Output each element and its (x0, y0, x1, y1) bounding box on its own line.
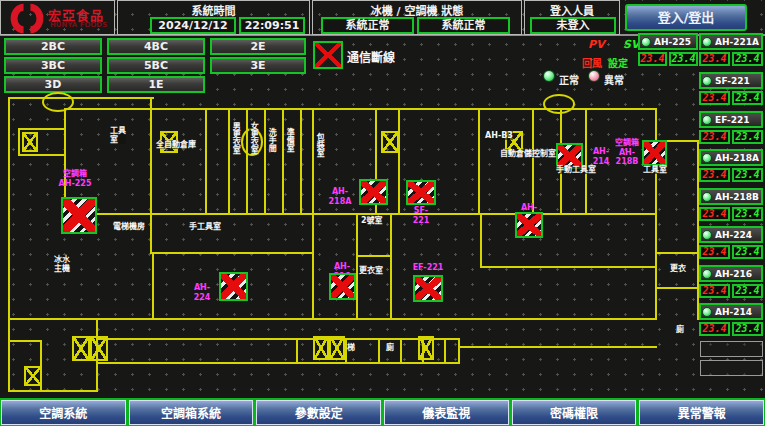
device-ah-218b[interactable] (642, 140, 667, 166)
normal-label: 正常 (559, 72, 579, 87)
wall (532, 108, 534, 213)
unit-button-sf-221[interactable]: SF-221 (699, 72, 763, 89)
wall (150, 252, 314, 254)
system-time-value: 22:09:51 (239, 17, 305, 34)
wall (312, 108, 314, 320)
wall (480, 266, 657, 268)
device-ah-218a[interactable] (359, 179, 388, 205)
sv-value: 23.4 (732, 245, 763, 259)
sv-value: 23.4 (732, 52, 763, 66)
login-user-value: 未登入 (530, 17, 616, 34)
unit-button-ah-224[interactable]: AH-224 (699, 226, 763, 243)
unit-name: AH-225 (654, 37, 691, 47)
pv-value: 23.4 (699, 284, 730, 298)
device-ah-221a[interactable] (515, 212, 543, 238)
status-lamp-icon (702, 115, 712, 125)
floor-button-3d[interactable]: 3D (4, 76, 102, 93)
wall (282, 108, 284, 213)
unit-button-ef-221[interactable]: EF-221 (699, 111, 763, 128)
unit-name: AH-216 (715, 269, 752, 279)
stair-x-icon (313, 336, 329, 360)
pv-legend: PV (588, 38, 605, 51)
wall (378, 338, 380, 364)
floor-button-3e[interactable]: 3E (210, 57, 306, 74)
pv-value: 23.4 (699, 91, 730, 105)
room-label: 女更衣室 (249, 122, 258, 154)
wall (400, 338, 402, 364)
room-label: 洗手間 (267, 128, 276, 152)
wall (152, 252, 154, 318)
device-sf-221[interactable] (406, 180, 436, 205)
comm-disconnect-label: 通信斷線 (347, 48, 395, 65)
sv-value: 23.4 (669, 52, 698, 66)
device-label-ef-221: EF-221 (412, 263, 444, 273)
wall (228, 108, 230, 213)
unit-button-ah-216[interactable]: AH-216 (699, 265, 763, 282)
room-label: 電梯機房 (113, 222, 145, 231)
brand-section: 宏亞食品 HUNYA FOODS (0, 0, 115, 35)
room-label: 梯 (347, 343, 355, 352)
system-time-section: 系統時間 2024/12/12 22:09:51 (117, 0, 310, 35)
wall (8, 390, 98, 392)
wall (246, 108, 248, 213)
device-ah-225[interactable] (61, 197, 97, 234)
sv-value: 23.4 (732, 284, 763, 298)
room-label: 工具 室 (110, 126, 126, 144)
unit-values: 23.423.4 (699, 245, 763, 259)
nav-button-meter-monitor[interactable]: 儀表監視 (384, 400, 509, 425)
device-ah-216[interactable] (329, 273, 356, 300)
comm-disconnect-icon (313, 41, 343, 69)
floor-button-5bc[interactable]: 5BC (107, 57, 205, 74)
nav-button-ahu-system[interactable]: 空調箱系統 (129, 400, 254, 425)
unit-button-ah-214[interactable]: AH-214 (699, 303, 763, 320)
unit-panel-ah-224: AH-224 23.423.4 (699, 226, 763, 259)
spiral-stair-icon (42, 92, 74, 112)
wall (205, 108, 207, 213)
unit-button-ah-221a[interactable]: AH-221A (699, 33, 763, 50)
stair-x-icon (90, 336, 108, 361)
unit-button-ah-218b[interactable]: AH-218B (699, 188, 763, 205)
login-logout-button[interactable]: 登入/登出 (625, 4, 747, 31)
unit-button-ah-225[interactable]: AH-225 (638, 33, 698, 50)
floor-button-4bc[interactable]: 4BC (107, 38, 205, 55)
room-label: 廁 (676, 325, 684, 334)
unit-values: 23.4 23.4 (638, 52, 698, 66)
sv-value: 23.4 (732, 207, 763, 221)
header-bar: 宏亞食品 HUNYA FOODS 系統時間 2024/12/12 22:09:5… (0, 0, 765, 36)
device-ef-221[interactable] (413, 275, 443, 302)
floor-button-1e[interactable]: 1E (107, 76, 205, 93)
nav-button-alarm[interactable]: 異常警報 (639, 400, 764, 425)
unit-panel-sf-221: SF-221 23.423.4 (699, 72, 763, 105)
wall (8, 340, 42, 342)
nav-button-param-setting[interactable]: 參數設定 (256, 400, 381, 425)
room-label: 2號室 (361, 216, 383, 225)
wall (96, 362, 458, 364)
status-lamp-icon (702, 192, 712, 202)
unit-panel-ah-218a: AH-218A 23.423.4 (699, 149, 763, 182)
pv-value: 23.4 (699, 322, 730, 336)
pv-value: 23.4 (699, 245, 730, 259)
floor-button-3bc[interactable]: 3BC (4, 57, 102, 74)
floor-button-2e[interactable]: 2E (210, 38, 306, 55)
stair-x-icon (72, 336, 90, 361)
floor-button-2bc[interactable]: 2BC (4, 38, 102, 55)
status-lamp-icon (702, 307, 712, 317)
nav-button-password-auth[interactable]: 密碼權限 (512, 400, 637, 425)
wall (356, 255, 392, 257)
device-label-ah-225: 空調箱 AH-225 (49, 169, 101, 188)
status-lamp-icon (641, 37, 651, 47)
device-label-ah-218a: AH-218A (322, 187, 358, 206)
wall (96, 338, 458, 340)
stair-x-icon (381, 131, 399, 153)
wall (398, 108, 400, 213)
wall (444, 338, 446, 364)
status-lamp-icon (702, 76, 712, 86)
device-ah-224[interactable] (219, 272, 248, 301)
unit-button-ah-218a[interactable]: AH-218A (699, 149, 763, 166)
unit-name: AH-218A (715, 153, 759, 163)
nav-button-ac-system[interactable]: 空調系統 (1, 400, 126, 425)
sv-legend: SV (623, 38, 639, 51)
abnormal-label: 異常 (604, 72, 624, 87)
wall (655, 252, 699, 254)
abnormal-lamp-icon (588, 70, 600, 82)
